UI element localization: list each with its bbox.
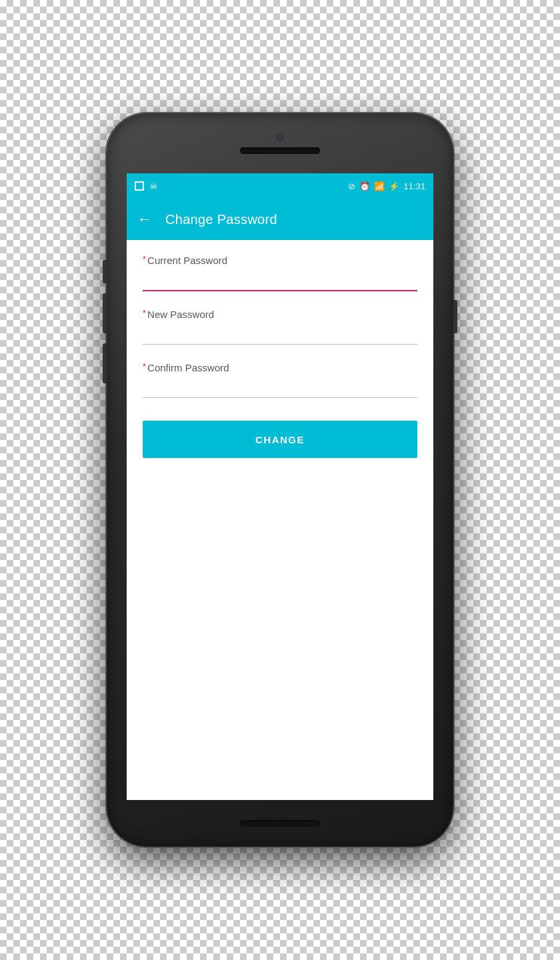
form-content: * Current Password * New Password <box>127 240 433 800</box>
bottom-speaker <box>240 820 320 827</box>
status-bar: ☠ ⊘ ⏰ 📶 ⚡ 11:31 <box>127 173 433 199</box>
current-password-required-star: * <box>143 253 146 265</box>
current-password-label-row: * Current Password <box>143 253 417 267</box>
phone-device: ☠ ⊘ ⏰ 📶 ⚡ 11:31 ← Change Password * Curr… <box>107 113 453 847</box>
battery-icon: ⚡ <box>389 182 399 191</box>
confirm-password-input-wrapper <box>143 379 417 398</box>
new-password-label-row: * New Password <box>143 307 417 321</box>
ghost-icon: ☠ <box>149 181 158 191</box>
volume-down-button <box>103 293 107 333</box>
front-camera <box>275 133 285 142</box>
back-button[interactable]: ← <box>137 211 152 228</box>
change-button[interactable]: CHANGE <box>143 421 417 458</box>
volume-up-button <box>103 260 107 283</box>
no-icon: ⊘ <box>348 182 355 191</box>
app-bar: ← Change Password <box>127 199 433 240</box>
signal-icon: 📶 <box>374 182 385 191</box>
confirm-password-label: Confirm Password <box>147 361 229 375</box>
confirm-password-required-star: * <box>143 361 146 373</box>
time-display: 11:31 <box>403 182 425 191</box>
power-button <box>453 300 457 333</box>
mute-button <box>103 343 107 383</box>
phone-top-bezel <box>107 113 453 173</box>
confirm-password-input[interactable] <box>143 379 417 398</box>
confirm-password-field-group: * Confirm Password <box>143 361 417 398</box>
alarm-icon: ⏰ <box>359 182 370 191</box>
current-password-label: Current Password <box>147 253 227 267</box>
new-password-label: New Password <box>147 307 214 321</box>
new-password-field-group: * New Password <box>143 307 417 345</box>
page-title: Change Password <box>165 212 277 227</box>
status-left-icons: ☠ <box>135 181 158 191</box>
phone-bottom-bezel <box>107 800 453 847</box>
new-password-required-star: * <box>143 307 146 319</box>
current-password-input-wrapper <box>143 271 417 291</box>
current-password-input[interactable] <box>143 271 417 291</box>
earpiece-speaker <box>240 147 320 154</box>
square-icon <box>135 181 144 191</box>
current-password-field-group: * Current Password <box>143 253 417 291</box>
new-password-input-wrapper <box>143 325 417 345</box>
confirm-password-label-row: * Confirm Password <box>143 361 417 375</box>
status-right-icons: ⊘ ⏰ 📶 ⚡ 11:31 <box>348 182 425 191</box>
new-password-input[interactable] <box>143 325 417 345</box>
phone-screen: ☠ ⊘ ⏰ 📶 ⚡ 11:31 ← Change Password * Curr… <box>127 173 433 800</box>
